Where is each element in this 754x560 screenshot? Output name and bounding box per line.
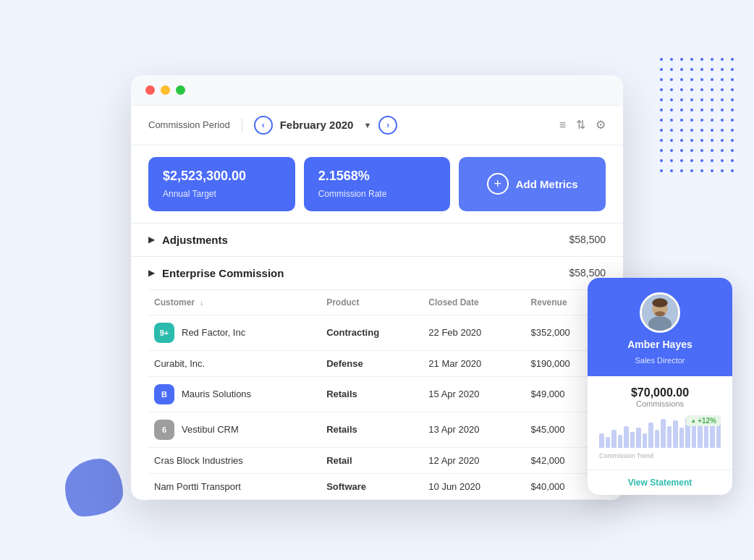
customer-cell: Curabit, Inc. bbox=[148, 350, 321, 376]
chart-bar bbox=[636, 428, 641, 448]
table-row: Cras Block IndustriesRetail12 Apr 2020$4… bbox=[148, 447, 606, 473]
header-icons: ≡ ⇅ ⚙ bbox=[559, 118, 606, 132]
filter-lines-icon[interactable]: ≡ bbox=[559, 119, 566, 132]
traffic-light-red[interactable] bbox=[145, 85, 155, 95]
product-cell: Contracting bbox=[321, 315, 423, 350]
add-metrics-label: Add Metrics bbox=[516, 178, 578, 190]
table-row: 9+Red Factor, IncContracting22 Feb 2020$… bbox=[148, 315, 606, 350]
closed-date-cell: 22 Feb 2020 bbox=[423, 315, 525, 350]
customer-cell: Nam Portti Transport bbox=[148, 473, 321, 499]
chart-bar bbox=[611, 430, 617, 448]
commissions-value: $70,000.00 bbox=[599, 386, 721, 399]
closed-date-cell: 15 Apr 2020 bbox=[423, 376, 525, 412]
closed-date-cell: 10 Jun 2020 bbox=[423, 473, 525, 499]
customer-cell: BMauris Solutions bbox=[148, 376, 321, 412]
title-bar bbox=[131, 75, 623, 106]
chart-bar bbox=[643, 433, 648, 448]
annual-target-value: $2,523,300.00 bbox=[163, 169, 281, 184]
profile-card: Amber Hayes Sales Director $70,000.00 Co… bbox=[588, 278, 732, 495]
customer-cell: 9+Red Factor, Inc bbox=[148, 315, 321, 350]
table-row: Nam Portti TransportSoftware10 Jun 2020$… bbox=[148, 473, 606, 499]
enterprise-table: Customer ↓ Product Closed Date Revenue bbox=[148, 290, 606, 500]
profile-name: Amber Hayes bbox=[627, 339, 692, 350]
commission-rate-card: 2.1568% Commission Rate bbox=[304, 157, 451, 211]
closed-date-cell: 13 Apr 2020 bbox=[423, 412, 525, 447]
svg-point-3 bbox=[652, 298, 667, 307]
chart-bar bbox=[599, 433, 604, 448]
commissions-label: Commissions bbox=[599, 399, 721, 408]
commission-period-label: Commission Period bbox=[148, 119, 230, 130]
plus-circle-icon: + bbox=[487, 173, 509, 195]
customer-name: Cras Block Industries bbox=[154, 455, 243, 466]
trend-percent: +12% bbox=[698, 417, 716, 425]
trend-badge: ▲ +12% bbox=[686, 415, 721, 426]
dot-grid-decoration: // Will generate dots via JS below bbox=[660, 58, 732, 188]
col-product: Product bbox=[321, 290, 423, 315]
header-bar: Commission Period ‹ February 2020 ▼ › ≡ … bbox=[131, 106, 623, 145]
enterprise-amount: $58,500 bbox=[569, 267, 606, 279]
avatar bbox=[640, 292, 680, 333]
traffic-light-yellow[interactable] bbox=[161, 85, 170, 95]
avatar-image bbox=[642, 294, 678, 331]
product-cell: Retails bbox=[321, 412, 423, 447]
settings-gear-icon[interactable]: ⚙ bbox=[596, 118, 606, 132]
chart-bar bbox=[679, 428, 685, 448]
chart-bar bbox=[618, 435, 623, 448]
annual-target-label: Annual Target bbox=[163, 189, 216, 199]
product-cell: Retails bbox=[321, 376, 423, 412]
app-window: Commission Period ‹ February 2020 ▼ › ≡ … bbox=[131, 75, 623, 500]
prev-period-button[interactable]: ‹ bbox=[254, 116, 273, 135]
commission-rate-value: 2.1568% bbox=[318, 169, 436, 184]
adjustments-amount: $58,500 bbox=[569, 234, 606, 245]
chart-bar bbox=[716, 423, 721, 448]
table-row: BMauris SolutionsRetails15 Apr 2020$49,0… bbox=[148, 376, 606, 412]
chart-bar bbox=[661, 419, 666, 448]
commission-trend-label: Commission Trend bbox=[599, 452, 721, 459]
chart-bar bbox=[655, 430, 660, 448]
period-label: February 2020 bbox=[280, 119, 354, 131]
trend-up-icon: ▲ bbox=[690, 417, 696, 424]
col-customer[interactable]: Customer ↓ bbox=[148, 290, 321, 315]
chart-bar bbox=[624, 426, 629, 448]
add-metrics-button[interactable]: + Add Metrics bbox=[459, 157, 606, 211]
chart-bar bbox=[648, 423, 653, 448]
annual-target-card: $2,523,300.00 Annual Target bbox=[148, 157, 295, 211]
traffic-light-green[interactable] bbox=[176, 85, 185, 95]
product-cell: Software bbox=[321, 473, 423, 499]
product-cell: Retail bbox=[321, 447, 423, 473]
closed-date-cell: 21 Mar 2020 bbox=[423, 350, 525, 376]
table-row: Curabit, Inc.Defense21 Mar 2020$190,000 bbox=[148, 350, 606, 376]
enterprise-header[interactable]: ▶ Enterprise Commission $58,500 bbox=[148, 257, 606, 290]
customer-name: Curabit, Inc. bbox=[154, 358, 205, 369]
period-dropdown-chevron[interactable]: ▼ bbox=[363, 121, 371, 130]
col-closed-date: Closed Date bbox=[423, 290, 525, 315]
view-statement-button[interactable]: View Statement bbox=[588, 470, 732, 495]
customer-name: Mauris Solutions bbox=[182, 389, 251, 399]
customer-name: Red Factor, Inc bbox=[182, 327, 245, 338]
sort-icon[interactable]: ⇅ bbox=[576, 118, 585, 132]
adjustments-title: Adjustments bbox=[162, 234, 569, 246]
enterprise-title: Enterprise Commission bbox=[162, 267, 569, 279]
adjustments-row[interactable]: ▶ Adjustments $58,500 bbox=[131, 223, 623, 257]
company-icon: 9+ bbox=[154, 323, 174, 343]
period-nav: ‹ February 2020 ▼ › bbox=[254, 116, 559, 135]
customer-name: Vestibul CRM bbox=[182, 424, 239, 435]
commission-trend-chart: ▲ +12% bbox=[599, 415, 721, 448]
commission-rate-label: Commission Rate bbox=[318, 189, 387, 199]
metrics-row: $2,523,300.00 Annual Target 2.1568% Comm… bbox=[131, 145, 623, 223]
customer-cell: 6Vestibul CRM bbox=[148, 412, 321, 447]
chart-bar bbox=[692, 423, 697, 448]
company-icon: 6 bbox=[154, 420, 174, 440]
customer-name: Nam Portti Transport bbox=[154, 481, 241, 492]
closed-date-cell: 12 Apr 2020 bbox=[423, 447, 525, 473]
enterprise-chevron-icon: ▶ bbox=[148, 268, 155, 278]
customer-cell: Cras Block Industries bbox=[148, 447, 321, 473]
profile-card-body: $70,000.00 Commissions ▲ +12% Commission… bbox=[588, 376, 732, 470]
table-row: 6Vestibul CRMRetails13 Apr 2020$45,000 bbox=[148, 412, 606, 447]
blob-decoration bbox=[65, 459, 123, 517]
profile-role: Sales Director bbox=[635, 356, 685, 365]
header-divider bbox=[242, 118, 242, 132]
chart-bar bbox=[606, 437, 611, 448]
product-cell: Defense bbox=[321, 350, 423, 376]
next-period-button[interactable]: › bbox=[378, 116, 397, 135]
